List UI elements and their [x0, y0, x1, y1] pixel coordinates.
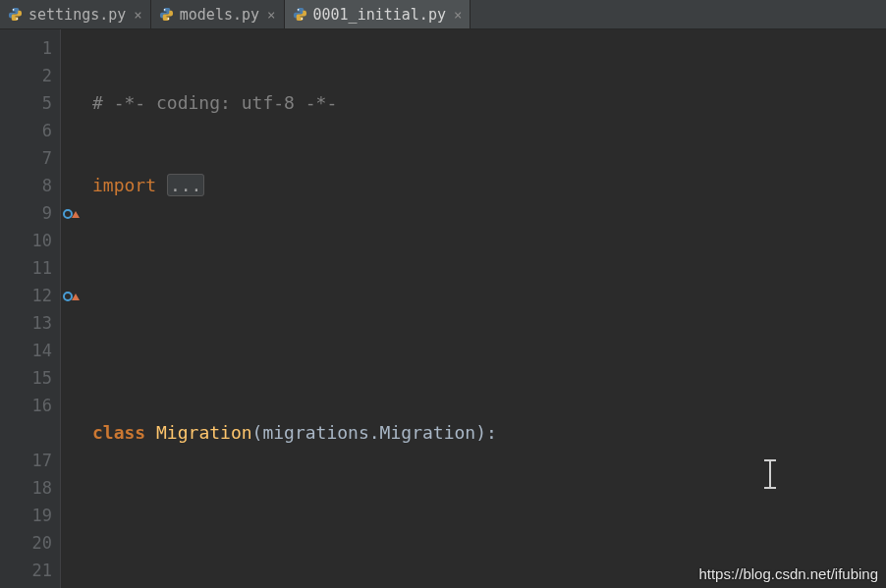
line-number: 19	[0, 502, 52, 529]
line-number: 6	[0, 117, 52, 144]
line-number: 20	[0, 529, 52, 557]
line-number: 1	[0, 34, 52, 62]
override-marker-icon[interactable]	[63, 285, 81, 302]
line-number: 7	[0, 144, 52, 172]
svg-point-1	[17, 18, 19, 20]
watermark: https://blog.csdn.net/ifubing	[698, 565, 878, 582]
mouse-ibeam-cursor-icon	[761, 459, 779, 489]
line-number: 21	[0, 557, 52, 584]
tab-models[interactable]: models.py ×	[151, 0, 285, 28]
python-file-icon	[8, 7, 23, 22]
override-marker-icon[interactable]	[63, 202, 81, 220]
code-line: dependencies = [	[92, 584, 886, 588]
tab-initial[interactable]: 0001_initial.py ×	[285, 0, 471, 28]
line-number: 13	[0, 309, 52, 337]
line-number: 10	[0, 227, 52, 254]
line-number: 15	[0, 364, 52, 392]
python-file-icon	[293, 7, 307, 22]
close-icon[interactable]: ×	[454, 7, 462, 23]
close-icon[interactable]: ×	[267, 7, 275, 23]
code-area[interactable]: # -*- coding: utf-8 -*- import ... class…	[88, 29, 886, 588]
line-number: 8	[0, 172, 52, 199]
tab-label: models.py	[180, 6, 259, 24]
code-line: class Migration(migrations.Migration):	[92, 419, 886, 447]
line-number: 5	[0, 89, 52, 117]
svg-point-2	[164, 9, 166, 11]
code-line	[92, 337, 886, 364]
close-icon[interactable]: ×	[134, 7, 141, 23]
code-line: import ...	[92, 172, 886, 199]
line-number: 9	[0, 199, 52, 227]
line-number: 14	[0, 337, 52, 364]
tab-label: settings.py	[28, 6, 126, 24]
tab-label: 0001_initial.py	[313, 6, 446, 24]
line-number: 18	[0, 474, 52, 502]
tab-settings[interactable]: settings.py ×	[0, 0, 151, 28]
svg-point-5	[301, 18, 303, 20]
line-number: 16	[0, 392, 52, 419]
line-number	[0, 419, 52, 447]
line-number: 11	[0, 254, 52, 282]
code-line: # -*- coding: utf-8 -*-	[92, 89, 886, 117]
code-line	[92, 502, 886, 529]
code-editor[interactable]: + – – – – 1 2 5 6 7 8 9 10 11 12 13 14 1…	[0, 29, 886, 588]
line-number: 2	[0, 62, 52, 89]
code-line	[92, 254, 886, 282]
marker-column	[61, 29, 88, 588]
tab-bar: settings.py × models.py × 0001_initial.p…	[0, 0, 886, 29]
svg-point-4	[297, 9, 299, 11]
python-file-icon	[159, 7, 174, 22]
svg-point-0	[13, 9, 15, 11]
line-number: 12	[0, 282, 52, 309]
svg-point-3	[167, 18, 169, 20]
line-number: 17	[0, 447, 52, 474]
line-number-gutter: 1 2 5 6 7 8 9 10 11 12 13 14 15 16 17 18…	[0, 29, 61, 588]
